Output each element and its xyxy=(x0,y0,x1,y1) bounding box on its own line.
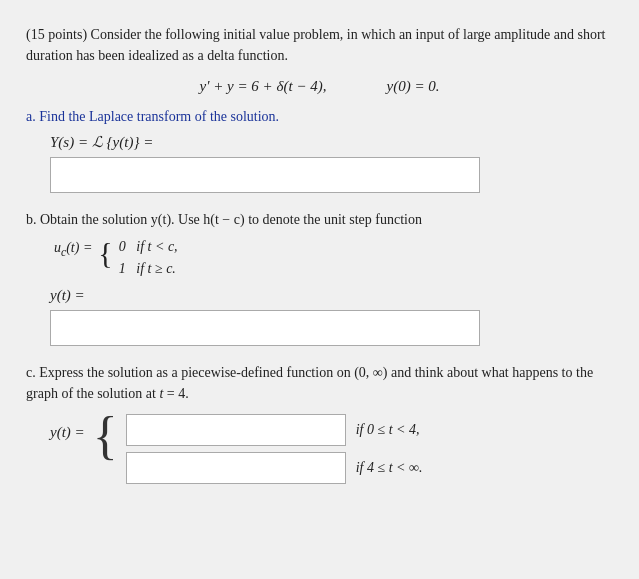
uc-case1: 0 if t < c, xyxy=(119,236,178,258)
part-a-label: a. Find the Laplace transform of the sol… xyxy=(26,109,613,125)
part-c-yt-label: y(t) = xyxy=(50,424,85,441)
part-b-yt: y(t) = xyxy=(50,287,613,304)
uc-label: uc(t) = xyxy=(54,240,92,259)
piecewise-input-1[interactable] xyxy=(126,414,346,446)
uc-case2: 1 if t ≥ c. xyxy=(119,258,178,280)
piecewise-rows: if 0 ≤ t < 4, if 4 ≤ t < ∞. xyxy=(126,414,423,484)
piecewise-input-2[interactable] xyxy=(126,452,346,484)
piecewise-container: y(t) = { if 0 ≤ t < 4, if 4 ≤ t < ∞. xyxy=(50,414,613,484)
part-b: b. Obtain the solution y(t). Use h(t − c… xyxy=(26,209,613,346)
uc-definition: uc(t) = { 0 if t < c, 1 if t ≥ c. xyxy=(54,236,613,281)
part-a-math: Y(s) = ℒ {y(t)} = xyxy=(50,133,613,151)
piecewise-condition-1: if 0 ≤ t < 4, xyxy=(356,422,420,438)
header-text: (15 points) Consider the following initi… xyxy=(26,27,605,63)
part-a: a. Find the Laplace transform of the sol… xyxy=(26,109,613,193)
part-c-label: c. Express the solution as a piecewise-d… xyxy=(26,362,613,404)
piecewise-row-1: if 0 ≤ t < 4, xyxy=(126,414,423,446)
main-eq-lhs: y′ + y = 6 + δ(t − 4), xyxy=(199,78,326,95)
page: (15 points) Consider the following initi… xyxy=(10,10,629,514)
part-b-label: b. Obtain the solution y(t). Use h(t − c… xyxy=(26,209,613,230)
part-b-yt-label: y(t) = xyxy=(50,287,85,304)
big-brace: { xyxy=(93,410,118,462)
uc-brace: { xyxy=(98,238,112,268)
main-equation: y′ + y = 6 + δ(t − 4), y(0) = 0. xyxy=(26,78,613,95)
piecewise-row-2: if 4 ≤ t < ∞. xyxy=(126,452,423,484)
problem-header: (15 points) Consider the following initi… xyxy=(26,24,613,66)
part-a-input[interactable] xyxy=(50,157,480,193)
part-b-input[interactable] xyxy=(50,310,480,346)
main-eq-rhs: y(0) = 0. xyxy=(386,78,439,95)
uc-cases: 0 if t < c, 1 if t ≥ c. xyxy=(119,236,178,281)
part-a-math-text: Y(s) = ℒ {y(t)} = xyxy=(50,133,153,151)
part-c: c. Express the solution as a piecewise-d… xyxy=(26,362,613,484)
piecewise-condition-2: if 4 ≤ t < ∞. xyxy=(356,460,423,476)
